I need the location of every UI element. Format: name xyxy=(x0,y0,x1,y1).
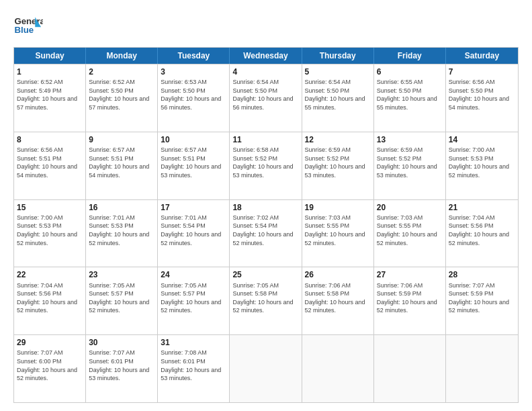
calendar-cell: 15 Sunrise: 7:00 AMSunset: 5:53 PMDaylig… xyxy=(14,200,86,267)
calendar-cell xyxy=(230,335,302,402)
cell-info: Sunrise: 7:04 AMSunset: 5:56 PMDaylight:… xyxy=(449,214,515,247)
header-cell-wednesday: Wednesday xyxy=(230,48,302,64)
calendar-cell: 9 Sunrise: 6:57 AMSunset: 5:51 PMDayligh… xyxy=(86,132,158,199)
page: General Blue SundayMondayTuesdayWednesda… xyxy=(0,0,532,411)
calendar-cell: 7 Sunrise: 6:56 AMSunset: 5:50 PMDayligh… xyxy=(446,64,518,132)
cell-day: 14 xyxy=(449,134,515,145)
calendar-cell: 16 Sunrise: 7:01 AMSunset: 5:53 PMDaylig… xyxy=(86,200,158,267)
calendar-cell: 20 Sunrise: 7:03 AMSunset: 5:55 PMDaylig… xyxy=(374,200,446,267)
cell-info: Sunrise: 7:07 AMSunset: 6:01 PMDaylight:… xyxy=(89,349,154,382)
calendar-week-1: 1 Sunrise: 6:52 AMSunset: 5:49 PMDayligh… xyxy=(14,64,518,132)
calendar-cell: 17 Sunrise: 7:01 AMSunset: 5:54 PMDaylig… xyxy=(158,200,230,267)
calendar-week-3: 15 Sunrise: 7:00 AMSunset: 5:53 PMDaylig… xyxy=(14,199,518,267)
cell-day: 28 xyxy=(449,269,515,280)
cell-info: Sunrise: 6:56 AMSunset: 5:51 PMDaylight:… xyxy=(17,146,83,179)
cell-day: 30 xyxy=(89,337,154,348)
calendar-cell: 5 Sunrise: 6:54 AMSunset: 5:50 PMDayligh… xyxy=(302,64,374,132)
cell-day: 15 xyxy=(17,202,83,213)
cell-day: 18 xyxy=(232,202,298,213)
calendar-body: 1 Sunrise: 6:52 AMSunset: 5:49 PMDayligh… xyxy=(14,64,518,402)
cell-info: Sunrise: 6:57 AMSunset: 5:51 PMDaylight:… xyxy=(161,146,226,179)
calendar-cell: 25 Sunrise: 7:05 AMSunset: 5:58 PMDaylig… xyxy=(230,267,302,334)
calendar-cell: 19 Sunrise: 7:03 AMSunset: 5:55 PMDaylig… xyxy=(302,200,374,267)
calendar-cell: 30 Sunrise: 7:07 AMSunset: 6:01 PMDaylig… xyxy=(86,335,158,402)
cell-info: Sunrise: 6:59 AMSunset: 5:52 PMDaylight:… xyxy=(305,146,371,179)
cell-info: Sunrise: 7:00 AMSunset: 5:53 PMDaylight:… xyxy=(449,146,515,179)
calendar-week-5: 29 Sunrise: 7:07 AMSunset: 6:00 PMDaylig… xyxy=(14,334,518,402)
cell-day: 10 xyxy=(161,134,226,145)
cell-info: Sunrise: 7:06 AMSunset: 5:59 PMDaylight:… xyxy=(377,281,443,315)
cell-day: 29 xyxy=(17,337,83,348)
cell-day: 1 xyxy=(17,66,83,77)
cell-info: Sunrise: 6:53 AMSunset: 5:50 PMDaylight:… xyxy=(161,78,226,111)
cell-info: Sunrise: 7:04 AMSunset: 5:56 PMDaylight:… xyxy=(17,281,83,315)
svg-text:Blue: Blue xyxy=(14,25,34,35)
header-cell-sunday: Sunday xyxy=(14,48,86,64)
logo: General Blue xyxy=(13,11,43,40)
header-cell-thursday: Thursday xyxy=(302,48,374,64)
cell-info: Sunrise: 7:06 AMSunset: 5:58 PMDaylight:… xyxy=(305,281,371,315)
cell-day: 3 xyxy=(161,66,226,77)
cell-day: 12 xyxy=(305,134,371,145)
calendar-cell: 14 Sunrise: 7:00 AMSunset: 5:53 PMDaylig… xyxy=(446,132,518,199)
calendar-cell: 26 Sunrise: 7:06 AMSunset: 5:58 PMDaylig… xyxy=(302,267,374,334)
calendar-cell: 8 Sunrise: 6:56 AMSunset: 5:51 PMDayligh… xyxy=(14,132,86,199)
header: General Blue xyxy=(13,11,519,40)
calendar-cell: 6 Sunrise: 6:55 AMSunset: 5:50 PMDayligh… xyxy=(374,64,446,132)
cell-info: Sunrise: 7:05 AMSunset: 5:57 PMDaylight:… xyxy=(161,281,226,315)
cell-day: 24 xyxy=(161,269,226,280)
header-cell-friday: Friday xyxy=(374,48,446,64)
cell-info: Sunrise: 7:05 AMSunset: 5:57 PMDaylight:… xyxy=(89,281,154,315)
calendar-cell: 27 Sunrise: 7:06 AMSunset: 5:59 PMDaylig… xyxy=(374,267,446,334)
calendar-week-4: 22 Sunrise: 7:04 AMSunset: 5:56 PMDaylig… xyxy=(14,267,518,334)
cell-info: Sunrise: 7:07 AMSunset: 6:00 PMDaylight:… xyxy=(17,349,83,382)
calendar-week-2: 8 Sunrise: 6:56 AMSunset: 5:51 PMDayligh… xyxy=(14,132,518,199)
calendar-cell: 21 Sunrise: 7:04 AMSunset: 5:56 PMDaylig… xyxy=(446,200,518,267)
calendar-cell: 13 Sunrise: 6:59 AMSunset: 5:52 PMDaylig… xyxy=(374,132,446,199)
header-cell-monday: Monday xyxy=(86,48,158,64)
calendar-cell: 22 Sunrise: 7:04 AMSunset: 5:56 PMDaylig… xyxy=(14,267,86,334)
header-cell-saturday: Saturday xyxy=(446,48,518,64)
cell-day: 2 xyxy=(89,66,154,77)
cell-info: Sunrise: 7:01 AMSunset: 5:54 PMDaylight:… xyxy=(161,214,226,247)
calendar-cell: 10 Sunrise: 6:57 AMSunset: 5:51 PMDaylig… xyxy=(158,132,230,199)
cell-info: Sunrise: 7:01 AMSunset: 5:53 PMDaylight:… xyxy=(89,214,154,247)
calendar-header: SundayMondayTuesdayWednesdayThursdayFrid… xyxy=(14,48,518,64)
header-cell-tuesday: Tuesday xyxy=(158,48,230,64)
cell-day: 27 xyxy=(377,269,443,280)
calendar-cell: 2 Sunrise: 6:52 AMSunset: 5:50 PMDayligh… xyxy=(86,64,158,132)
calendar-cell: 4 Sunrise: 6:54 AMSunset: 5:50 PMDayligh… xyxy=(230,64,302,132)
cell-day: 20 xyxy=(377,202,443,213)
cell-info: Sunrise: 7:07 AMSunset: 5:59 PMDaylight:… xyxy=(449,281,515,315)
cell-info: Sunrise: 6:54 AMSunset: 5:50 PMDaylight:… xyxy=(305,78,371,111)
cell-info: Sunrise: 7:05 AMSunset: 5:58 PMDaylight:… xyxy=(232,281,298,315)
calendar-cell: 24 Sunrise: 7:05 AMSunset: 5:57 PMDaylig… xyxy=(158,267,230,334)
cell-info: Sunrise: 6:59 AMSunset: 5:52 PMDaylight:… xyxy=(377,146,443,179)
cell-day: 25 xyxy=(232,269,298,280)
cell-day: 7 xyxy=(449,66,515,77)
cell-day: 31 xyxy=(161,337,226,348)
cell-day: 22 xyxy=(17,269,83,280)
cell-info: Sunrise: 7:00 AMSunset: 5:53 PMDaylight:… xyxy=(17,214,83,247)
cell-day: 13 xyxy=(377,134,443,145)
cell-day: 5 xyxy=(305,66,371,77)
cell-day: 19 xyxy=(305,202,371,213)
cell-day: 6 xyxy=(377,66,443,77)
calendar-cell: 3 Sunrise: 6:53 AMSunset: 5:50 PMDayligh… xyxy=(158,64,230,132)
calendar-cell: 29 Sunrise: 7:07 AMSunset: 6:00 PMDaylig… xyxy=(14,335,86,402)
cell-info: Sunrise: 6:55 AMSunset: 5:50 PMDaylight:… xyxy=(377,78,443,111)
cell-day: 9 xyxy=(89,134,154,145)
calendar-cell: 1 Sunrise: 6:52 AMSunset: 5:49 PMDayligh… xyxy=(14,64,86,132)
calendar-cell xyxy=(374,335,446,402)
cell-day: 16 xyxy=(89,202,154,213)
cell-info: Sunrise: 7:02 AMSunset: 5:54 PMDaylight:… xyxy=(232,214,298,247)
cell-info: Sunrise: 7:08 AMSunset: 6:01 PMDaylight:… xyxy=(161,349,226,382)
cell-info: Sunrise: 6:52 AMSunset: 5:50 PMDaylight:… xyxy=(89,78,154,111)
calendar-cell xyxy=(446,335,518,402)
calendar-cell: 31 Sunrise: 7:08 AMSunset: 6:01 PMDaylig… xyxy=(158,335,230,402)
cell-day: 17 xyxy=(161,202,226,213)
cell-info: Sunrise: 6:54 AMSunset: 5:50 PMDaylight:… xyxy=(232,78,298,111)
cell-day: 23 xyxy=(89,269,154,280)
cell-day: 26 xyxy=(305,269,371,280)
calendar-cell: 11 Sunrise: 6:58 AMSunset: 5:52 PMDaylig… xyxy=(230,132,302,199)
